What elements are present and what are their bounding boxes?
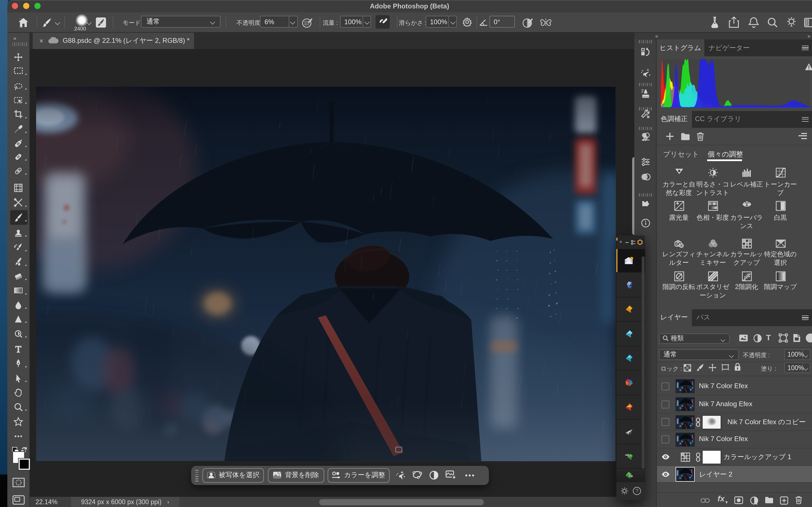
svg-text:?: ? xyxy=(635,488,638,494)
